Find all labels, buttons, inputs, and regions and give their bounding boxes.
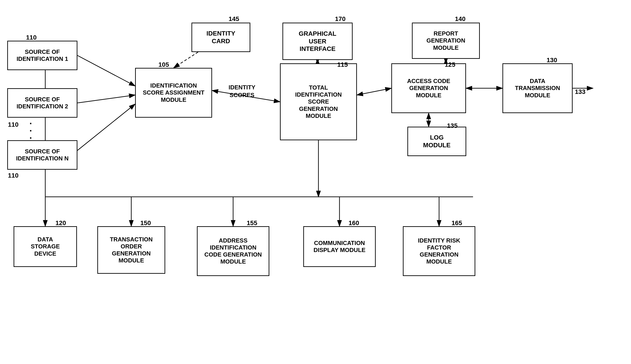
source-of-identification-n: SOURCE OF IDENTIFICATION N — [7, 140, 77, 170]
report-generation-module: REPORT GENERATION MODULE — [412, 22, 480, 59]
data-storage-device: DATA STORAGE DEVICE — [14, 226, 77, 267]
ref-105: 105 — [158, 61, 169, 68]
sourcen-label: SOURCE OF IDENTIFICATION N — [16, 148, 69, 162]
ref-140: 140 — [455, 16, 465, 22]
ref-170: 170 — [335, 16, 346, 22]
total-id-score-generation-module: TOTAL IDENTIFICATION SCORE GENERATION MO… — [280, 63, 357, 140]
ref-150: 150 — [140, 220, 151, 227]
source-of-identification-2: SOURCE OF IDENTIFICATION 2 — [7, 88, 77, 118]
svg-line-9 — [357, 88, 391, 95]
ref-160: 160 — [349, 220, 359, 227]
source2-label: SOURCE OF IDENTIFICATION 2 — [17, 96, 68, 110]
total-id-score-label: TOTAL IDENTIFICATION SCORE GENERATION MO… — [295, 84, 342, 120]
ref-120: 120 — [56, 220, 66, 227]
identity-risk-label: IDENTITY RISK FACTOR GENERATION MODULE — [418, 237, 460, 265]
ref-130: 130 — [546, 56, 557, 64]
id-score-assign-label: IDENTIFICATION SCORE ASSIGNMENT MODULE — [143, 82, 204, 104]
ref-133: 133 — [575, 88, 585, 96]
id-score-assignment-module: IDENTIFICATION SCORE ASSIGNMENT MODULE — [135, 68, 212, 118]
address-id-code-gen-module: ADDRESS IDENTIFICATION CODE GENERATION M… — [197, 226, 269, 276]
ref-110-bot: 110 — [8, 172, 19, 179]
ref-125: 125 — [445, 61, 455, 68]
data-storage-label: DATA STORAGE DEVICE — [31, 236, 60, 257]
access-code-label: ACCESS CODE GENERATION MODULE — [407, 78, 450, 99]
ref-115: 115 — [337, 61, 348, 68]
identity-scores-label: IDENTITYSCORES — [229, 84, 255, 99]
identity-risk-factor-gen-module: IDENTITY RISK FACTOR GENERATION MODULE — [403, 226, 475, 276]
log-module: LOG MODULE — [407, 127, 466, 156]
svg-line-3 — [77, 56, 135, 86]
svg-line-5 — [77, 104, 135, 150]
source1-label: SOURCE OF IDENTIFICATION 1 — [17, 48, 68, 62]
communication-display-module: COMMUNICATION DISPLAY MODULE — [303, 226, 376, 267]
report-gen-label: REPORT GENERATION MODULE — [426, 30, 465, 51]
diagram: SOURCE OF IDENTIFICATION 1 110 SOURCE OF… — [0, 0, 631, 364]
source-of-identification-1: SOURCE OF IDENTIFICATION 1 — [7, 41, 77, 70]
access-code-generation-module: ACCESS CODE GENERATION MODULE — [391, 63, 466, 113]
data-transmit-label: DATA TRANSMISSION MODULE — [515, 78, 560, 99]
log-module-label: LOG MODULE — [423, 134, 450, 149]
transaction-order-generation-module: TRANSACTION ORDER GENERATION MODULE — [97, 226, 165, 274]
graphical-user-interface: GRAPHICAL USER INTERFACE — [282, 22, 353, 60]
ref-135: 135 — [447, 122, 458, 130]
identity-card: IDENTITY CARD — [192, 22, 250, 52]
ref-145: 145 — [229, 16, 239, 22]
ref-110-top: 110 — [26, 34, 37, 41]
ref-155: 155 — [247, 220, 257, 227]
identity-card-label: IDENTITY CARD — [206, 30, 235, 45]
data-transmission-module: DATA TRANSMISSION MODULE — [502, 63, 573, 113]
gui-label: GRAPHICAL USER INTERFACE — [299, 30, 336, 53]
trans-order-label: TRANSACTION ORDER GENERATION MODULE — [110, 236, 153, 264]
ref-110-mid: 110 — [8, 121, 19, 128]
address-id-label: ADDRESS IDENTIFICATION CODE GENERATION M… — [204, 237, 262, 265]
svg-line-4 — [77, 95, 135, 103]
ellipsis-dots: ··· — [30, 120, 32, 142]
comm-display-label: COMMUNICATION DISPLAY MODULE — [313, 240, 365, 254]
ref-165: 165 — [451, 220, 462, 227]
